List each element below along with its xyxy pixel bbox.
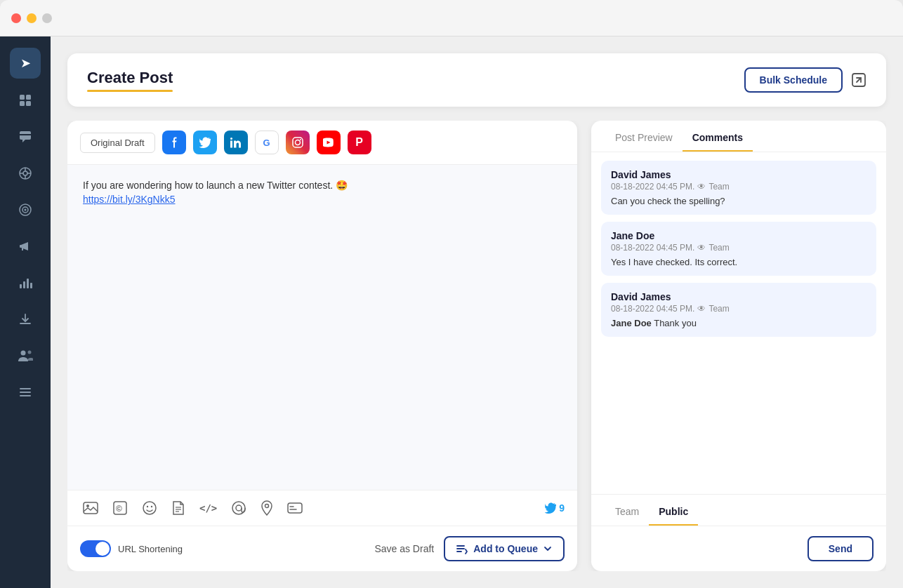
sidebar-item-megaphone[interactable]: [10, 230, 41, 261]
send-area: Send: [591, 526, 886, 571]
sidebar-item-dashboard[interactable]: [10, 84, 41, 115]
svg-point-14: [25, 208, 27, 211]
sidebar-item-network[interactable]: [10, 157, 41, 188]
svg-text:©: ©: [116, 504, 122, 514]
youtube-icon: [323, 137, 334, 148]
add-to-queue-button[interactable]: Add to Queue: [444, 536, 565, 561]
network-icon: [18, 165, 32, 180]
save-draft-button[interactable]: Save as Draft: [374, 543, 434, 554]
platform-icon-facebook[interactable]: [162, 131, 186, 154]
comment-suffix-3: Thank you: [652, 318, 697, 328]
document-icon[interactable]: [169, 497, 188, 519]
svg-rect-19: [30, 283, 32, 288]
add-to-queue-label: Add to Queue: [473, 543, 538, 554]
send-button[interactable]: Send: [808, 536, 874, 561]
header-actions: Bulk Schedule: [744, 67, 866, 93]
comment-card-1: David James 08-18-2022 04:45 PM. 👁 Team …: [601, 161, 876, 215]
comment-text-3: Jane Doe Thank you: [611, 318, 866, 328]
minimize-window-btn[interactable]: [27, 13, 37, 23]
target-icon: [18, 201, 32, 216]
comment-author-3: David James: [611, 291, 866, 302]
caption-icon[interactable]: [284, 497, 305, 519]
comment-card-3: David James 08-18-2022 04:45 PM. 👁 Team …: [601, 283, 876, 337]
sidebar-item-comments[interactable]: [10, 121, 41, 152]
comments-list: David James 08-18-2022 04:45 PM. 👁 Team …: [591, 152, 886, 494]
media-toolbar-icon[interactable]: [80, 497, 101, 519]
svg-rect-1: [26, 95, 31, 100]
platform-icon-google[interactable]: G: [255, 131, 279, 154]
panels: Original Draft: [67, 121, 886, 571]
app-container: ➤: [0, 36, 903, 588]
sidebar-item-team[interactable]: [10, 340, 41, 370]
code-icon[interactable]: </>: [197, 500, 220, 516]
eye-icon-2: 👁: [697, 243, 706, 253]
svg-rect-28: [293, 138, 303, 147]
sidebar-item-download[interactable]: [10, 303, 41, 334]
public-tab[interactable]: Public: [649, 495, 698, 526]
sidebar-item-target[interactable]: [10, 194, 41, 225]
create-panel: Original Draft: [67, 121, 577, 571]
post-link[interactable]: https://bit.ly/3KgNkk5: [83, 194, 176, 205]
original-draft-tab[interactable]: Original Draft: [80, 133, 155, 153]
team-icon: [18, 347, 33, 362]
sidebar-item-list[interactable]: [10, 376, 41, 407]
svg-point-36: [147, 506, 148, 507]
svg-rect-44: [288, 503, 302, 513]
instagram-icon: [292, 137, 303, 148]
url-shortening-label: URL Shortening: [118, 544, 183, 554]
post-text: If you are wondering how to launch a new…: [83, 178, 562, 193]
toolbar-bar: ©: [67, 490, 577, 526]
download-icon: [18, 311, 32, 326]
svg-point-42: [236, 505, 242, 511]
eye-icon-1: 👁: [697, 182, 706, 192]
maximize-window-btn[interactable]: [42, 13, 52, 23]
sidebar-item-analytics[interactable]: [10, 267, 41, 298]
comment-text-1: Can you check the spelling?: [611, 196, 866, 206]
right-panel: Post Preview Comments David James 08-18-…: [591, 121, 886, 571]
svg-rect-15: [20, 245, 22, 248]
toggle-knob: [95, 542, 110, 556]
bottom-tab-row: Team Public: [591, 494, 886, 526]
team-tab[interactable]: Team: [605, 495, 649, 526]
platform-icon-pinterest[interactable]: P: [348, 131, 371, 154]
svg-point-43: [265, 505, 269, 508]
close-window-btn[interactable]: [11, 13, 21, 23]
content-library-icon[interactable]: ©: [110, 497, 131, 519]
svg-rect-24: [20, 395, 31, 396]
mention-icon[interactable]: [228, 497, 249, 519]
header-card: Create Post Bulk Schedule: [67, 53, 886, 107]
comment-mention-3: Jane Doe: [611, 318, 652, 328]
list-icon: [18, 384, 32, 399]
platform-icon-instagram[interactable]: [286, 131, 310, 154]
chevron-down-icon: [543, 544, 552, 553]
comments-tab[interactable]: Comments: [683, 121, 753, 152]
export-icon: [851, 72, 866, 88]
twitter-char-count: 9: [559, 502, 565, 514]
svg-rect-23: [20, 392, 31, 393]
platform-icon-youtube[interactable]: [317, 131, 341, 154]
svg-rect-16: [20, 284, 22, 288]
svg-point-29: [295, 140, 300, 145]
page-title-wrap: Create Post: [87, 69, 173, 92]
eye-icon-3: 👁: [697, 304, 706, 314]
bulk-schedule-button[interactable]: Bulk Schedule: [744, 67, 843, 93]
queue-icon: [456, 543, 468, 554]
svg-rect-22: [20, 388, 31, 389]
twitter-count: 9: [545, 502, 565, 514]
svg-rect-0: [20, 95, 25, 100]
export-button[interactable]: [851, 72, 866, 88]
location-icon[interactable]: [258, 497, 276, 519]
url-shortening-switch[interactable]: [80, 540, 111, 557]
svg-point-37: [151, 506, 152, 507]
analytics-icon: [18, 274, 32, 289]
post-preview-tab[interactable]: Post Preview: [605, 121, 683, 152]
comment-card-2: Jane Doe 08-18-2022 04:45 PM. 👁 Team Yes…: [601, 222, 876, 276]
svg-rect-3: [26, 101, 31, 106]
platform-bar: Original Draft: [67, 121, 577, 165]
emoji-icon[interactable]: [139, 497, 160, 519]
sidebar-item-send[interactable]: ➤: [10, 48, 41, 79]
svg-point-21: [28, 350, 32, 354]
platform-icon-linkedin[interactable]: [224, 131, 248, 154]
twitter-count-icon: [545, 502, 556, 514]
platform-icon-twitter[interactable]: [193, 131, 217, 154]
